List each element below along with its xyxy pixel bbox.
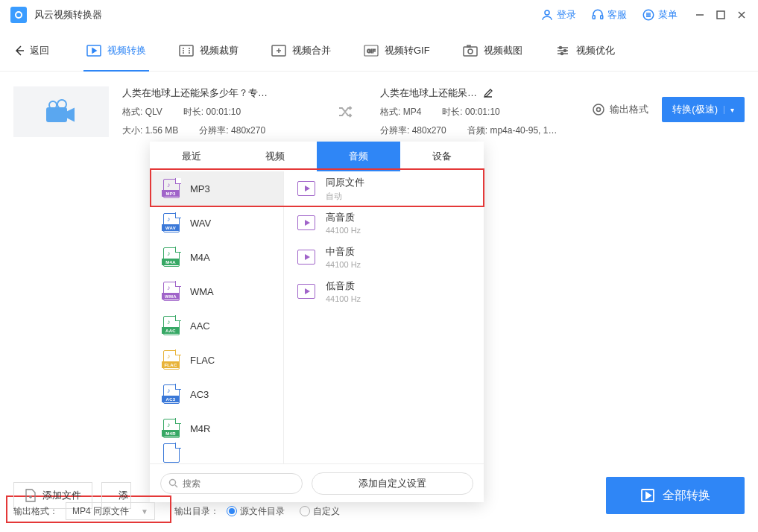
output-format-label: 输出格式：: [13, 505, 58, 518]
format-label: WMA: [190, 286, 214, 297]
play-icon: [640, 488, 655, 503]
video-thumbnail: [13, 86, 109, 137]
add-file-label: 添加文件: [42, 489, 81, 502]
quality-sub: 44100 Hz: [326, 260, 361, 269]
radio-custom-dir[interactable]: 自定义: [300, 505, 340, 518]
gif-icon: GIF: [364, 45, 379, 57]
popup-tab-recent[interactable]: 最近: [150, 142, 233, 171]
format-item-wma[interactable]: ♪WMAWMA: [150, 274, 283, 308]
svg-rect-16: [47, 108, 66, 121]
play-icon: [297, 181, 315, 196]
output-format-value: MP4 同原文件: [72, 505, 129, 518]
format-label: M4A: [190, 252, 210, 263]
format-label: WAV: [190, 218, 211, 229]
radio-label: 自定义: [313, 505, 340, 518]
tab-video-merge[interactable]: 视频合并: [255, 30, 347, 72]
file-type-icon: ♪WMA: [163, 282, 180, 301]
tab-video-gif[interactable]: GIF 视频转GIF: [347, 30, 446, 72]
tab-video-screenshot[interactable]: 视频截图: [446, 30, 539, 72]
file-audio-out: 音频: mp4a-40-95, 1…: [467, 124, 558, 137]
quality-item[interactable]: 同原文件自动: [284, 171, 484, 206]
back-label: 返回: [30, 44, 49, 57]
quality-item[interactable]: 高音质44100 Hz: [284, 206, 484, 240]
user-icon: [540, 8, 554, 22]
file-duration-out: 时长: 00:01:10: [442, 106, 499, 118]
format-item-flac[interactable]: ♪FLACFLAC: [150, 343, 283, 377]
play-icon: [297, 215, 315, 230]
file-resolution-in: 分辨率: 480x270: [199, 124, 265, 137]
close-button[interactable]: [736, 9, 748, 21]
file-plus-icon: [25, 489, 37, 502]
menu-button[interactable]: 菜单: [642, 8, 678, 22]
tab-video-crop[interactable]: 视频裁剪: [162, 30, 255, 72]
svg-point-14: [563, 49, 566, 51]
play-icon: [297, 250, 315, 265]
file-size: 大小: 1.56 MB: [122, 124, 178, 137]
svg-point-19: [593, 104, 604, 115]
all-convert-label: 全部转换: [663, 488, 710, 504]
tab-video-optimize[interactable]: 视频优化: [539, 30, 631, 72]
radio-label: 源文件目录: [240, 505, 285, 518]
edit-icon[interactable]: [483, 88, 493, 98]
output-format-select[interactable]: MP4 同原文件 ▼: [66, 502, 155, 520]
svg-rect-6: [180, 45, 193, 56]
menu-icon: [642, 8, 655, 22]
quality-item[interactable]: 低音质44100 Hz: [284, 274, 484, 308]
support-button[interactable]: 客服: [591, 8, 627, 22]
app-title: 风云视频转换器: [34, 8, 102, 22]
convert-speed-label: 转换(极速): [672, 103, 718, 116]
tab-label: 视频合并: [292, 44, 331, 57]
tab-label: 视频截图: [484, 44, 522, 57]
quality-sub: 44100 Hz: [326, 226, 361, 235]
file-duration-in: 时长: 00:01:10: [183, 106, 241, 118]
quality-title: 高音质: [326, 211, 361, 224]
popup-tab-audio[interactable]: 音频: [317, 142, 400, 171]
quality-title: 同原文件: [326, 176, 364, 189]
merge-icon: [271, 45, 286, 57]
shuffle-button[interactable]: [337, 103, 355, 121]
popup-tab-video[interactable]: 视频: [233, 142, 317, 171]
file-type-icon: ♪AC3: [163, 384, 180, 404]
radio-src-dir[interactable]: 源文件目录: [227, 505, 285, 518]
format-item-wav[interactable]: ♪WAVWAV: [150, 206, 283, 240]
format-item-m4a[interactable]: ♪M4AM4A: [150, 240, 283, 274]
format-item-aac[interactable]: ♪AACAAC: [150, 308, 283, 343]
back-button[interactable]: 返回: [13, 44, 49, 57]
sliders-icon: [555, 45, 570, 57]
format-item-mp3[interactable]: ♪MP3MP3: [150, 171, 283, 206]
svg-rect-10: [464, 47, 477, 56]
svg-rect-12: [467, 45, 470, 47]
file-title-in: 人类在地球上还能呆多少年？专…: [122, 86, 323, 100]
format-popup: 最近 视频 音频 设备 ♪MP3MP3♪WAVWAV♪M4AM4A♪WMAWMA…: [150, 142, 484, 502]
add-more-label: 添: [119, 489, 128, 502]
format-item-more[interactable]: [150, 446, 283, 460]
camcorder-icon: [44, 98, 78, 126]
format-item-m4r[interactable]: ♪M4RM4R: [150, 411, 283, 446]
svg-point-0: [545, 10, 549, 15]
format-item-ac3[interactable]: ♪AC3AC3: [150, 377, 283, 411]
support-label: 客服: [607, 8, 627, 22]
format-label: MP3: [190, 183, 210, 194]
login-button[interactable]: 登录: [540, 8, 576, 22]
svg-point-11: [468, 49, 473, 54]
minimize-button[interactable]: [694, 9, 706, 21]
file-type-icon: ♪FLAC: [163, 350, 180, 370]
format-label: FLAC: [190, 355, 215, 366]
popup-tab-device[interactable]: 设备: [400, 142, 484, 171]
file-format-in: 格式: QLV: [122, 106, 162, 118]
quality-item[interactable]: 中音质44100 Hz: [284, 240, 484, 274]
svg-point-20: [597, 108, 601, 112]
maximize-button[interactable]: [715, 9, 727, 21]
popup-tab-label: 最近: [182, 150, 201, 163]
tab-video-convert[interactable]: 视频转换: [70, 30, 162, 72]
svg-rect-1: [593, 16, 595, 19]
chevron-down-icon: ▾: [724, 106, 734, 114]
output-format-button[interactable]: 输出格式: [592, 103, 648, 116]
file-type-icon: ♪M4R: [163, 419, 180, 438]
output-format-label: 输出格式: [610, 103, 648, 116]
file-type-icon: [163, 443, 180, 463]
format-label: AAC: [190, 320, 210, 332]
radio-icon: [227, 506, 237, 516]
convert-speed-button[interactable]: 转换(极速) ▾: [662, 97, 745, 122]
popup-tab-label: 视频: [265, 150, 285, 163]
